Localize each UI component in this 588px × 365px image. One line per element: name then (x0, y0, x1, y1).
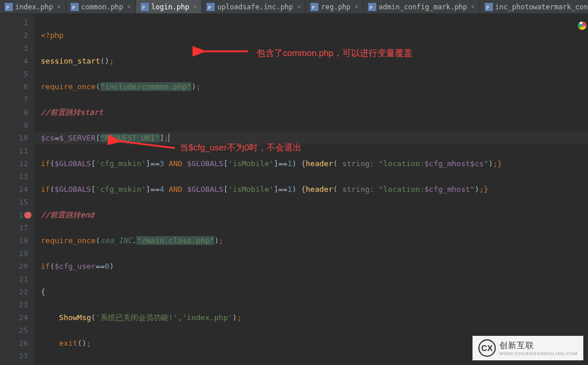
watermark-sub: WWW.CHUANGXINHULIAN.COM (499, 351, 578, 356)
editor-area: 123456789101112131415 16 171819202122232… (0, 14, 588, 365)
svg-text:P: P (142, 5, 145, 10)
tab-index[interactable]: Pindex.php× (0, 0, 66, 13)
svg-text:P: P (72, 5, 75, 10)
tab-label: reg.php (321, 3, 351, 11)
php-file-icon: P (485, 3, 493, 11)
php-file-icon: P (71, 3, 79, 11)
tab-uploadsafe[interactable]: Puploadsafe.inc.php× (202, 0, 306, 13)
close-icon[interactable]: × (355, 3, 358, 10)
svg-text:P: P (312, 5, 315, 10)
side-icons (576, 17, 588, 34)
tab-reg[interactable]: Preg.php× (306, 0, 363, 13)
watermark-logo: CX (478, 339, 496, 357)
tab-label: admin_config_mark.php (379, 3, 467, 11)
php-file-icon: P (368, 3, 376, 11)
tab-label: index.php (15, 3, 53, 11)
tab-login[interactable]: Plogin.php× (136, 0, 202, 13)
tab-admin-config[interactable]: Padmin_config_mark.php× (363, 0, 480, 13)
tab-label: inc_photowatermark_config.php (495, 3, 588, 11)
code-editor[interactable]: <?php session_start(); require_once("inc… (34, 14, 588, 365)
breakpoint-icon[interactable] (24, 212, 32, 219)
php-file-icon: P (141, 3, 149, 11)
svg-text:P: P (486, 5, 489, 10)
close-icon[interactable]: × (57, 3, 61, 10)
watermark: CX 创新互联 WWW.CHUANGXINHULIAN.COM (473, 336, 583, 360)
svg-text:P: P (6, 5, 9, 10)
tab-inc-photo[interactable]: Pinc_photowatermark_config.php× (480, 0, 588, 13)
php-file-icon: P (310, 3, 318, 11)
close-icon[interactable]: × (127, 3, 131, 10)
php-file-icon: P (206, 3, 215, 11)
chrome-icon[interactable] (578, 21, 587, 30)
tab-label: login.php (151, 3, 189, 11)
line-gutter: 123456789101112131415 16 171819202122232… (0, 14, 34, 365)
tab-label: uploadsafe.inc.php (217, 3, 293, 11)
php-file-icon: P (5, 3, 13, 11)
close-icon[interactable]: × (297, 3, 300, 10)
watermark-brand: 创新互联 (499, 341, 578, 351)
tab-bar: Pindex.php× Pcommon.php× Plogin.php× Pup… (0, 0, 588, 14)
close-icon[interactable]: × (471, 3, 475, 10)
svg-text:P: P (370, 5, 373, 10)
tab-label: common.php (81, 3, 123, 11)
svg-text:P: P (208, 5, 211, 10)
close-icon[interactable]: × (193, 3, 197, 10)
tab-common[interactable]: Pcommon.php× (66, 0, 136, 13)
